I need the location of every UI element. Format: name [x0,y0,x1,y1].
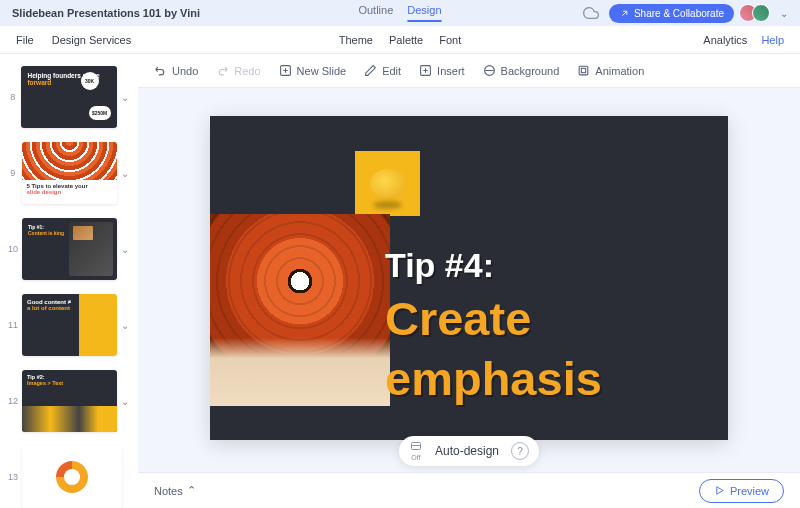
menu-left-group: File Design Services [16,34,131,46]
undo-icon [154,64,167,77]
thumb-image [22,142,117,180]
menu-center-group: Theme Palette Font [339,34,462,46]
tool-label: New Slide [297,65,347,77]
share-button[interactable]: Share & Collaborate [609,4,734,23]
notes-button[interactable]: Notes ⌃ [154,484,196,497]
cloud-sync-icon[interactable] [583,5,599,21]
share-label: Share & Collaborate [634,8,724,19]
slide-number: 13 [8,472,18,482]
slide-text-block[interactable]: Tip #4: Create emphasis [385,246,602,404]
tab-design[interactable]: Design [407,4,441,22]
menu-design-services[interactable]: Design Services [52,34,131,46]
editor-toolbar: Undo Redo New Slide Edit Insert Backgrou… [138,54,800,88]
thumb-accent [79,294,117,356]
thumb-text: Good content ≠a lot of content [22,294,79,356]
chevron-down-icon[interactable]: ⌄ [121,244,130,255]
chevron-down-icon[interactable]: ⌄ [121,320,130,331]
auto-design-toggle[interactable]: Off [409,441,423,461]
slide-thumb-11[interactable]: 11 Good content ≠a lot of content ⌄ [8,294,130,356]
menu-analytics[interactable]: Analytics [703,34,747,46]
play-icon [714,485,725,496]
thumb-card [22,446,122,508]
slide-thumb-12[interactable]: 12 Tip #2:Images > Text ⌄ [8,370,130,432]
tab-outline[interactable]: Outline [358,4,393,22]
main-area: 8 Helping founders move forward 30K $250… [0,54,800,508]
tool-label: Undo [172,65,198,77]
chevron-down-icon[interactable]: ⌄ [780,8,788,19]
thumb-card: Good content ≠a lot of content [22,294,117,356]
menu-palette[interactable]: Palette [389,34,423,46]
chevron-down-icon[interactable]: ⌄ [121,92,130,103]
insert-icon [419,64,432,77]
preview-button[interactable]: Preview [699,479,784,503]
tool-label: Insert [437,65,465,77]
redo-button[interactable]: Redo [216,64,260,77]
slide-heading: Tip #4: [385,246,602,285]
slide-number: 11 [8,320,18,330]
edit-button[interactable]: Edit [364,64,401,77]
plus-square-icon [279,64,292,77]
slide-canvas[interactable]: Tip #4: Create emphasis Off Auto-design … [138,88,800,508]
new-slide-button[interactable]: New Slide [279,64,347,77]
menu-right-group: Analytics Help [703,34,784,46]
insert-button[interactable]: Insert [419,64,465,77]
top-bar: Slidebean Presentations 101 by Vini Outl… [0,0,800,26]
top-right-controls: Share & Collaborate ⌄ [583,4,788,23]
mode-tabs: Outline Design [358,4,441,22]
svg-rect-4 [582,68,586,72]
slide-image-box[interactable] [355,151,420,216]
thumb-image [69,222,113,276]
layout-icon [409,441,423,453]
slide-thumb-10[interactable]: 10 Tip #1:Content is king ⌄ [8,218,130,280]
collaborator-avatars[interactable] [744,4,770,22]
animation-button[interactable]: Animation [577,64,644,77]
slide-thumb-9[interactable]: 9 5 Tips to elevate yourslide design ⌄ [8,142,130,204]
thumb-card: Helping founders move forward 30K $250M [21,66,116,128]
background-icon [483,64,496,77]
lemon-image [370,169,406,199]
toggle-label: Off [411,454,420,461]
share-icon [619,8,630,19]
preview-label: Preview [730,485,769,497]
thumb-badge: $250M [89,106,111,120]
slide-thumb-13[interactable]: 13 [8,446,130,508]
auto-design-label[interactable]: Auto-design [435,444,499,458]
menu-file[interactable]: File [16,34,34,46]
avatar [752,4,770,22]
thumb-text: 5 Tips to elevate yourslide design [22,180,117,198]
undo-button[interactable]: Undo [154,64,198,77]
menu-help[interactable]: Help [761,34,784,46]
help-icon[interactable]: ? [511,442,529,460]
canvas-area: Undo Redo New Slide Edit Insert Backgrou… [138,54,800,508]
slide-number: 9 [8,168,18,178]
slide-thumb-8[interactable]: 8 Helping founders move forward 30K $250… [8,66,130,128]
chevron-down-icon[interactable]: ⌄ [121,396,130,407]
presentation-title[interactable]: Slidebean Presentations 101 by Vini [12,7,200,19]
slide-sidebar[interactable]: 8 Helping founders move forward 30K $250… [0,54,138,508]
tool-label: Redo [234,65,260,77]
slide-image-tunnel[interactable] [210,214,390,406]
current-slide[interactable]: Tip #4: Create emphasis [210,116,728,440]
tool-label: Background [501,65,560,77]
menu-font[interactable]: Font [439,34,461,46]
slide-number: 10 [8,244,18,254]
slide-emphasis-line2: emphasis [385,353,602,405]
pencil-icon [364,64,377,77]
svg-rect-3 [579,66,588,75]
background-button[interactable]: Background [483,64,560,77]
slide-emphasis-line1: Create [385,293,602,345]
slide-number: 8 [8,92,17,102]
bottom-bar: Notes ⌃ Preview [138,472,800,508]
thumb-badge: 30K [81,72,99,90]
svg-marker-6 [717,487,723,494]
menu-bar: File Design Services Theme Palette Font … [0,26,800,54]
tool-label: Animation [595,65,644,77]
chevron-down-icon[interactable]: ⌄ [121,168,131,179]
thumb-card: Tip #2:Images > Text [22,370,117,432]
thumb-card: 5 Tips to elevate yourslide design [22,142,117,204]
thumb-card: Tip #1:Content is king [22,218,117,280]
menu-theme[interactable]: Theme [339,34,373,46]
auto-design-control: Off Auto-design ? [399,436,539,466]
animation-icon [577,64,590,77]
thumb-text: Tip #2:Images > Text [27,374,63,386]
